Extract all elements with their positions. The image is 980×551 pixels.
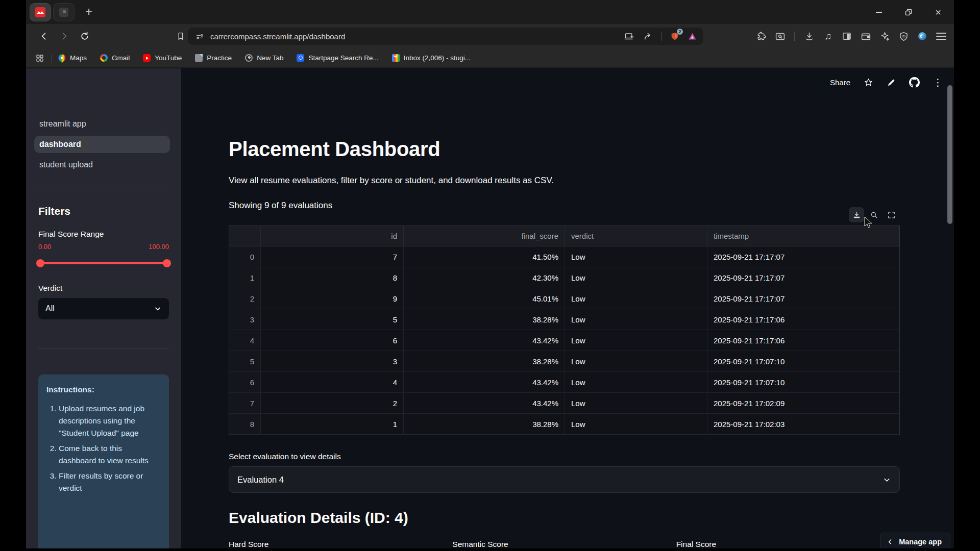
cell-final_score[interactable]: 41.50% [404,246,565,267]
cell-index[interactable]: 5 [229,351,261,372]
cell-id[interactable]: 2 [261,393,404,414]
cell-final_score[interactable]: 38.28% [404,309,565,330]
sidebar-item-streamlit-app[interactable]: streamlit app [34,115,170,133]
cell-id[interactable]: 8 [261,267,404,288]
cell-verdict[interactable]: Low [565,414,707,435]
cell-verdict[interactable]: Low [565,372,707,393]
cell-final_score[interactable]: 43.42% [404,393,565,414]
manage-app-button[interactable]: Manage app [880,533,950,548]
cell-id[interactable]: 7 [261,246,404,267]
cell-final_score[interactable]: 38.28% [404,414,565,435]
search-tab-icon[interactable] [773,30,787,43]
extensions-puzzle-icon[interactable] [754,30,768,43]
cell-verdict[interactable]: Low [565,267,707,288]
triangle-extension-icon[interactable] [686,30,698,42]
downloads-icon[interactable] [802,30,816,43]
wallet-icon[interactable] [859,30,872,43]
cell-timestamp[interactable]: 2025-09-21 17:07:10 [707,351,899,372]
cell-timestamp[interactable]: 2025-09-21 17:17:06 [707,309,899,330]
cell-id[interactable]: 3 [261,351,404,372]
cell-final_score[interactable]: 38.28% [404,351,565,372]
bookmark-inbox[interactable]: Inbox (2,006) - stugi... [392,54,471,62]
bookmark-youtube[interactable]: YouTube [143,54,182,62]
cell-verdict[interactable]: Low [565,393,707,414]
apps-grid-icon[interactable] [33,52,46,65]
site-settings-icon[interactable] [193,30,206,43]
cell-timestamp[interactable]: 2025-09-21 17:17:07 [707,267,899,288]
sidebar-item-dashboard[interactable]: dashboard [34,136,170,153]
cell-index[interactable]: 3 [229,309,261,330]
bookmark-maps[interactable]: Maps [58,54,87,62]
share-button[interactable]: Share [830,78,850,87]
reload-button[interactable] [78,30,91,43]
cell-final_score[interactable]: 42.30% [404,267,565,288]
cell-timestamp[interactable]: 2025-09-21 17:02:09 [707,393,899,414]
new-tab-button[interactable]: + [81,5,96,20]
close-window-button[interactable]: × [933,7,944,18]
back-button[interactable] [37,30,51,43]
music-player-icon[interactable]: ♫ [821,30,835,43]
shield-privacy-icon[interactable] [897,30,910,43]
url-bar[interactable]: carrercompass.streamlit.app/dashboard [188,28,703,45]
column-header-final_score[interactable]: final_score [404,226,565,246]
bookmark-gmail[interactable]: Gmail [100,54,130,62]
page-scrollbar-thumb[interactable] [947,85,952,224]
column-header-verdict[interactable]: verdict [565,226,707,246]
column-header-timestamp[interactable]: timestamp [707,226,899,246]
restore-button[interactable] [903,7,914,18]
cell-id[interactable]: 1 [261,414,404,435]
evaluation-select[interactable]: Evaluation 4 [229,466,900,493]
cell-index[interactable]: 7 [229,393,261,414]
bookmark-startpage[interactable]: Startpage Search Re... [297,54,378,62]
cell-index[interactable]: 0 [229,246,261,267]
cell-index[interactable]: 4 [229,330,261,351]
cell-final_score[interactable]: 43.42% [404,372,565,393]
cell-verdict[interactable]: Low [565,330,707,351]
verdict-select[interactable]: All [38,298,169,319]
column-header-id[interactable]: id [261,226,404,246]
cell-timestamp[interactable]: 2025-09-21 17:07:10 [707,372,899,393]
cell-index[interactable]: 1 [229,267,261,288]
cell-id[interactable]: 4 [261,372,404,393]
cell-index[interactable]: 2 [229,288,261,309]
cell-timestamp[interactable]: 2025-09-21 17:17:07 [707,288,899,309]
cell-verdict[interactable]: Low [565,351,707,372]
split-view-icon[interactable] [840,30,853,43]
adblock-extension-icon[interactable]: 2 [669,30,681,42]
tab-pinned-second[interactable] [54,4,74,21]
star-icon[interactable] [864,78,873,87]
bookmark-icon[interactable] [174,30,187,43]
slider-handle-min[interactable] [36,259,44,267]
forward-button[interactable] [58,30,71,43]
cell-id[interactable]: 5 [261,309,404,330]
score-range-slider[interactable] [38,261,169,266]
cell-final_score[interactable]: 43.42% [404,330,565,351]
minimize-button[interactable] [873,7,885,18]
slider-track[interactable] [38,262,169,264]
send-to-device-icon[interactable] [622,30,635,43]
column-header-index[interactable] [229,226,261,246]
cell-index[interactable]: 8 [229,414,261,435]
overflow-menu-icon[interactable]: ⋮ [933,77,943,88]
leo-ai-sparkle-icon[interactable] [878,30,891,43]
cell-verdict[interactable]: Low [565,288,707,309]
bookmark-newtab[interactable]: New Tab [245,54,283,62]
menu-hamburger-icon[interactable] [935,30,948,43]
cell-index[interactable]: 6 [229,372,261,393]
cell-verdict[interactable]: Low [565,246,707,267]
cell-final_score[interactable]: 45.01% [404,288,565,309]
cell-timestamp[interactable]: 2025-09-21 17:17:07 [707,246,899,267]
cell-id[interactable]: 9 [261,288,404,309]
slider-handle-max[interactable] [163,259,171,267]
tab-streamlit-app[interactable] [30,4,51,21]
table-download-icon[interactable] [849,207,864,222]
cell-timestamp[interactable]: 2025-09-21 17:02:03 [707,414,899,435]
cell-verdict[interactable]: Low [565,309,707,330]
share-page-icon[interactable] [641,30,654,43]
edit-pencil-icon[interactable] [887,78,896,87]
table-fullscreen-icon[interactable] [884,207,899,222]
github-icon[interactable] [909,77,920,88]
blue-swirl-extension-icon[interactable] [916,30,929,43]
cell-id[interactable]: 6 [261,330,404,351]
cell-timestamp[interactable]: 2025-09-21 17:17:06 [707,330,899,351]
